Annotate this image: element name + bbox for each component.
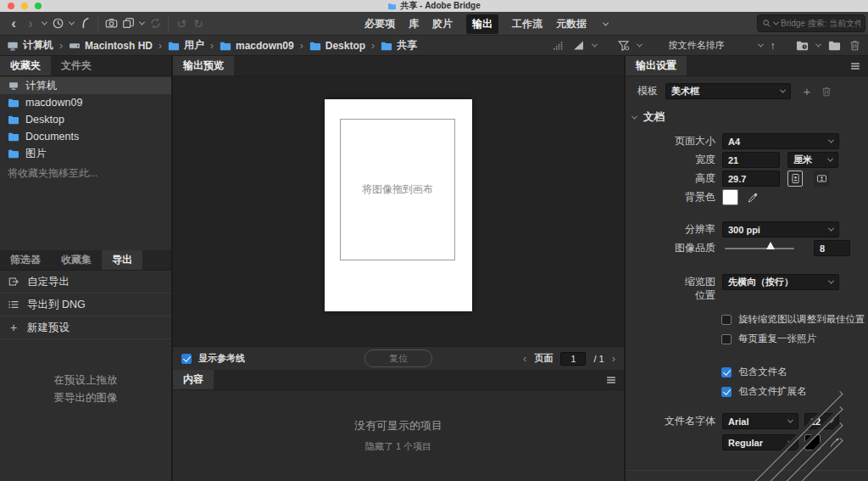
portrait-orientation-button[interactable] bbox=[787, 171, 803, 187]
tab-favorites[interactable]: 收藏夹 bbox=[0, 56, 51, 76]
favorites-item-desktop[interactable]: Desktop bbox=[0, 111, 171, 128]
repeat-photo-checkbox[interactable] bbox=[721, 334, 732, 344]
search-input[interactable] bbox=[781, 19, 860, 28]
content-empty-state: 没有可显示的项目 隐藏了 1 个项目 bbox=[173, 390, 624, 481]
close-window-button[interactable] bbox=[8, 3, 14, 9]
breadcrumb-users[interactable]: 用户 bbox=[168, 38, 204, 53]
breadcrumb-computer[interactable]: 计算机 bbox=[7, 38, 53, 53]
preview-canvas[interactable]: 将图像拖到画布 bbox=[173, 76, 624, 346]
tab-folders[interactable]: 文件夹 bbox=[51, 56, 102, 76]
page-size-dropdown[interactable]: A4 bbox=[722, 133, 839, 149]
open-in-camera-raw-icon[interactable] bbox=[120, 14, 136, 33]
breadcrumb-desktop[interactable]: Desktop bbox=[309, 40, 365, 52]
search-scope-chevron[interactable] bbox=[773, 20, 779, 25]
recent-files-chevron[interactable] bbox=[66, 21, 76, 25]
previous-page-button[interactable]: ‹ bbox=[523, 353, 526, 364]
rating-filter-chevron[interactable] bbox=[591, 42, 597, 48]
content-panel-menu-icon[interactable] bbox=[605, 374, 617, 386]
back-button[interactable]: ‹ bbox=[5, 14, 22, 33]
redo-button[interactable]: ↻ bbox=[190, 14, 207, 33]
template-dropdown[interactable]: 美术框 bbox=[665, 83, 791, 99]
camera-raw-chevron[interactable] bbox=[136, 21, 147, 25]
breadcrumb-macdown09[interactable]: macdown09 bbox=[220, 40, 294, 52]
favorites-item-macdown09[interactable]: macdown09 bbox=[0, 94, 171, 111]
search-box[interactable] bbox=[757, 14, 865, 32]
sort-dropdown[interactable]: 按文件名排序 bbox=[669, 39, 763, 52]
tab-output-preview[interactable]: 输出预览 bbox=[173, 56, 234, 76]
custom-export-item[interactable]: 自定导出 bbox=[0, 271, 171, 294]
boomerang-return-icon[interactable] bbox=[76, 14, 93, 33]
list-icon bbox=[8, 299, 19, 310]
export-drop-hint-line1: 在预设上拖放 bbox=[0, 372, 171, 389]
breadcrumb-macintosh-hd[interactable]: Macintosh HD bbox=[69, 40, 153, 52]
image-quality-value-box[interactable]: 8 bbox=[814, 240, 850, 256]
favorites-item-pictures[interactable]: 图片 bbox=[0, 145, 171, 162]
rating-filter-empty-icon[interactable] bbox=[552, 39, 565, 52]
workspace-tabs-chevron[interactable] bbox=[600, 22, 610, 26]
thumbnail-layout-dropdown[interactable]: 先横向（按行） bbox=[722, 274, 839, 290]
new-folder-icon[interactable] bbox=[828, 39, 841, 52]
unit-dropdown[interactable]: 厘米 bbox=[787, 152, 838, 168]
workspace-tab-output[interactable]: 输出 bbox=[466, 14, 498, 34]
favorites-item-label: Desktop bbox=[25, 114, 64, 126]
workspace-tab-filmstrip[interactable]: 胶片 bbox=[432, 17, 453, 31]
tab-output-settings[interactable]: 输出设置 bbox=[626, 56, 687, 76]
rotate-thumbnails-row: 旋转缩览图以调整到最佳位置 bbox=[721, 313, 868, 326]
center-panel: 输出预览 将图像拖到画布 显示参考线 复位 ‹ 页面 1 / 1 › bbox=[173, 56, 624, 481]
undo-button[interactable]: ↺ bbox=[173, 14, 190, 33]
sort-ascending-button[interactable]: ↑ bbox=[771, 39, 776, 52]
forward-button[interactable]: › bbox=[22, 14, 39, 33]
trash-icon[interactable] bbox=[849, 39, 861, 52]
sync-icon[interactable] bbox=[147, 14, 164, 33]
document-section-header[interactable]: 文档 bbox=[626, 110, 868, 125]
recent-folder-icon[interactable] bbox=[796, 39, 809, 52]
landscape-orientation-button[interactable] bbox=[814, 171, 829, 187]
computer-icon bbox=[8, 81, 19, 91]
workspace-tab-essentials[interactable]: 必要项 bbox=[364, 17, 395, 31]
include-extension-checkbox[interactable] bbox=[721, 387, 732, 397]
tab-export[interactable]: 导出 bbox=[102, 250, 142, 270]
photo-downloader-icon[interactable] bbox=[103, 14, 120, 33]
page-number-input[interactable]: 1 bbox=[560, 352, 586, 366]
include-filename-checkbox[interactable] bbox=[721, 367, 732, 378]
favorites-item-computer[interactable]: 计算机 bbox=[0, 77, 171, 94]
favorites-item-documents[interactable]: Documents bbox=[0, 128, 171, 145]
reset-button[interactable]: 复位 bbox=[364, 350, 432, 367]
delete-template-button[interactable] bbox=[821, 86, 832, 98]
rotate-thumbnails-checkbox[interactable] bbox=[721, 315, 732, 325]
add-template-button[interactable]: + bbox=[800, 84, 814, 98]
recent-folder-chevron[interactable] bbox=[815, 42, 821, 48]
eyedropper-icon[interactable] bbox=[747, 192, 759, 204]
filter-funnel-icon[interactable] bbox=[617, 39, 630, 52]
resolution-dropdown[interactable]: 300 ppi bbox=[722, 221, 839, 238]
recent-files-icon[interactable] bbox=[49, 14, 66, 33]
tab-collections[interactable]: 收藏集 bbox=[51, 250, 102, 270]
navigation-history-chevron[interactable] bbox=[39, 21, 49, 25]
slider-handle[interactable] bbox=[766, 242, 775, 249]
height-input[interactable]: 29.7 bbox=[722, 171, 780, 187]
workspace-tab-metadata[interactable]: 元数据 bbox=[556, 17, 587, 31]
image-quality-slider[interactable] bbox=[725, 248, 794, 249]
width-input[interactable]: 21 bbox=[722, 152, 780, 168]
tab-content[interactable]: 内容 bbox=[173, 370, 214, 389]
background-color-swatch[interactable] bbox=[722, 189, 738, 205]
sort-label: 按文件名排序 bbox=[669, 39, 725, 52]
workspace-tab-libraries[interactable]: 库 bbox=[409, 17, 419, 31]
page-preview[interactable]: 将图像拖到画布 bbox=[325, 99, 472, 311]
export-to-dng-item[interactable]: 导出到 DNG bbox=[0, 294, 171, 316]
next-page-button[interactable]: › bbox=[612, 353, 615, 364]
output-settings-panel: 输出设置 模板 美术框 + 文档 页面大 bbox=[624, 56, 868, 481]
rating-filter-solid-icon[interactable] bbox=[572, 39, 585, 52]
filter-chevron[interactable] bbox=[636, 42, 642, 48]
breadcrumb-shared[interactable]: 共享 bbox=[381, 38, 417, 53]
section-grid-margins[interactable]: 网格和边距 bbox=[626, 470, 868, 481]
output-settings-menu-icon[interactable] bbox=[849, 60, 861, 72]
workspace-tab-workflow[interactable]: 工作流 bbox=[512, 17, 542, 31]
zoom-window-button[interactable] bbox=[35, 3, 42, 9]
chevron-down-icon bbox=[632, 114, 637, 120]
show-guides-checkbox[interactable] bbox=[181, 354, 192, 364]
font-family-dropdown[interactable]: Arial bbox=[722, 413, 798, 429]
minimize-window-button[interactable] bbox=[21, 3, 28, 9]
new-preset-item[interactable]: + 新建预设 bbox=[0, 316, 171, 339]
tab-filter[interactable]: 筛选器 bbox=[0, 250, 51, 270]
